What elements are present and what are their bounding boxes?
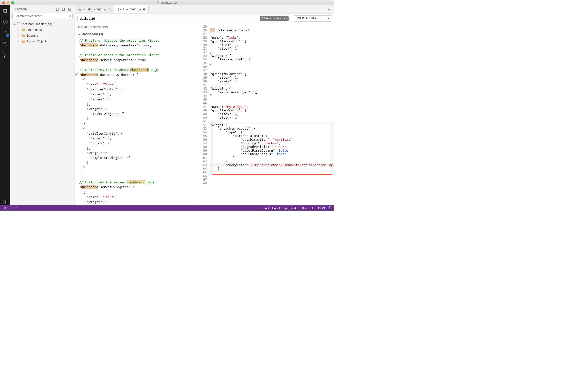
- tab-user-settings[interactable]: User Settings: [114, 5, 149, 13]
- code-line[interactable]: 33"widget": {: [198, 54, 334, 58]
- server-node[interactable]: ◢ localhost, master (sa): [10, 21, 74, 27]
- code-line[interactable]: 68: [198, 181, 334, 185]
- code-line[interactable]: 62 },: [198, 160, 334, 163]
- code-line[interactable]: 61 }: [198, 156, 334, 160]
- code-line[interactable]: 60 "columnsAsLabels": false: [198, 152, 334, 156]
- svg-point-18: [329, 207, 329, 207]
- settings-gear-icon[interactable]: [2, 199, 9, 206]
- code-line[interactable]: 66: [198, 174, 334, 178]
- source-control-activity-icon[interactable]: [2, 52, 9, 59]
- code-line[interactable]: 26"d.database.widgets": [: [198, 28, 334, 32]
- code-line[interactable]: 34 "tasks-widget": {}: [198, 58, 334, 61]
- code-line[interactable]: 54 "type": {: [198, 130, 334, 134]
- code-line[interactable]: 36: [198, 65, 334, 69]
- code-line[interactable]: 40 "sizey": 2: [198, 79, 334, 83]
- code-line[interactable]: 47"name": "My-Widget",: [198, 105, 334, 109]
- code-line[interactable]: 28"name": "Tasks",: [198, 36, 334, 39]
- code-line[interactable]: 64 }: [198, 167, 334, 170]
- history-activity-icon[interactable]: [2, 19, 9, 25]
- code-line[interactable]: 63 "queryFile": "/Users/erickang/Documen…: [198, 163, 334, 167]
- svg-point-7: [6, 55, 7, 56]
- sidebar-title: SERVERS: [13, 8, 27, 10]
- code-line[interactable]: 39 "sizex": 1,: [198, 76, 334, 79]
- code-line[interactable]: 65}: [198, 170, 334, 174]
- user-settings-pane[interactable]: 2526"d.database.widgets": [2728"name": "…: [198, 23, 334, 206]
- code-line[interactable]: 55 "horizontalBar": {: [198, 134, 334, 138]
- settings-scope-select[interactable]: USER SETTINGS ▾: [294, 15, 331, 22]
- code-line[interactable]: 35}: [198, 61, 334, 65]
- language-mode[interactable]: JSON: [317, 207, 325, 209]
- explorer-activity-icon[interactable]: 1: [2, 30, 9, 36]
- default-settings-heading: DEFAULT SETTINGS: [75, 25, 198, 31]
- default-settings-pane[interactable]: DEFAULT SETTINGS ◢Dashboard (4) // Enabl…: [75, 23, 198, 206]
- db-connection-icon: [78, 8, 82, 11]
- servers-activity-icon[interactable]: [2, 7, 9, 14]
- tab-label: localhost:TutorialDB: [84, 8, 111, 11]
- maximize-window-button[interactable]: [11, 1, 14, 4]
- feedback-icon[interactable]: [328, 206, 331, 210]
- indentation[interactable]: Spaces: 4: [284, 207, 296, 209]
- code-line[interactable]: 42"widget": {: [198, 87, 334, 90]
- new-connection-icon[interactable]: [56, 7, 60, 11]
- code-line[interactable]: 44}: [198, 94, 334, 98]
- settings-search[interactable]: 4 Settings matched: [77, 15, 290, 22]
- new-group-icon[interactable]: [62, 7, 66, 11]
- code-line[interactable]: 52"widget": {: [198, 123, 334, 127]
- close-window-button[interactable]: [2, 1, 5, 4]
- clear-search-icon[interactable]: ×: [69, 14, 71, 18]
- svg-point-6: [4, 56, 5, 57]
- server-search[interactable]: ×: [12, 13, 73, 19]
- servers-sidebar: SERVERS × ◢ localhost, master (sa) ▹ Dat…: [10, 5, 75, 206]
- minimize-window-button[interactable]: [7, 1, 10, 4]
- code-line[interactable]: 45: [198, 98, 334, 101]
- code-line[interactable]: 43 "explorer-widget": {}: [198, 90, 334, 94]
- section-dashboard[interactable]: ◢Dashboard (4): [75, 31, 198, 38]
- dirty-indicator-icon: [143, 9, 145, 10]
- code-line[interactable]: 27: [198, 32, 334, 36]
- tab-overflow-button[interactable]: ···: [323, 5, 334, 13]
- svg-rect-2: [4, 10, 6, 12]
- code-line[interactable]: 48"gridItemConfig": {: [198, 109, 334, 112]
- cursor-position[interactable]: Ln 63, Col 74: [264, 207, 280, 209]
- code-line[interactable]: 53 "insights-widget": {: [198, 127, 334, 130]
- code-line[interactable]: 57 "dataType": "number",: [198, 141, 334, 145]
- code-line[interactable]: 51},: [198, 119, 334, 123]
- code-line[interactable]: 25: [198, 25, 334, 28]
- warnings-count[interactable]: 0: [12, 206, 17, 209]
- collapse-all-icon[interactable]: [68, 7, 72, 11]
- eol[interactable]: LF: [311, 207, 314, 209]
- editor-tabs: localhost:TutorialDB User Settings ···: [75, 5, 334, 14]
- code-line[interactable]: 58 "legendPosition": "none",: [198, 145, 334, 149]
- encoding[interactable]: UTF-8: [299, 207, 307, 209]
- scope-label: USER SETTINGS: [296, 17, 319, 20]
- code-line[interactable]: 37: [198, 69, 334, 72]
- settings-search-input[interactable]: [80, 17, 260, 21]
- server-tree[interactable]: ◢ localhost, master (sa) ▹ Databases ▹ S…: [10, 21, 74, 45]
- code-line[interactable]: 56 "dataDirection": "vertical",: [198, 138, 334, 141]
- svg-point-15: [79, 9, 80, 10]
- search-activity-icon[interactable]: [2, 41, 9, 48]
- tab-tutorialdb[interactable]: localhost:TutorialDB: [75, 5, 114, 13]
- server-label: localhost, master (sa): [22, 22, 52, 26]
- errors-count[interactable]: 0: [3, 206, 8, 209]
- code-line[interactable]: 31 "sizey": 1: [198, 47, 334, 50]
- code-line[interactable]: 41},: [198, 83, 334, 87]
- code-line[interactable]: 29"gridItemConfig": {: [198, 39, 334, 43]
- code-line[interactable]: 50 "sizey": 1: [198, 116, 334, 119]
- code-line[interactable]: 49 "sizex": 2,: [198, 112, 334, 116]
- badge: 1: [6, 34, 9, 37]
- server-search-input[interactable]: [12, 13, 73, 19]
- window-title: settings.json: [14, 1, 320, 4]
- code-line[interactable]: 46: [198, 101, 334, 105]
- code-line[interactable]: 32},: [198, 50, 334, 54]
- svg-rect-10: [63, 8, 64, 10]
- code-line[interactable]: 67: [198, 178, 334, 181]
- edit-pencil-icon[interactable]: [75, 72, 78, 77]
- code-line[interactable]: 59 "labelFirstColumn": false,: [198, 149, 334, 152]
- code-line[interactable]: 30 "sizex": 1,: [198, 43, 334, 47]
- code-line[interactable]: 38"gridItemConfig": {: [198, 72, 334, 76]
- tree-folder-server-objects[interactable]: ▹ Server Objects: [10, 38, 74, 44]
- tree-label: Databases: [27, 28, 42, 31]
- tree-folder-security[interactable]: ▹ Security: [10, 32, 74, 38]
- tree-folder-databases[interactable]: ▹ Databases: [10, 27, 74, 32]
